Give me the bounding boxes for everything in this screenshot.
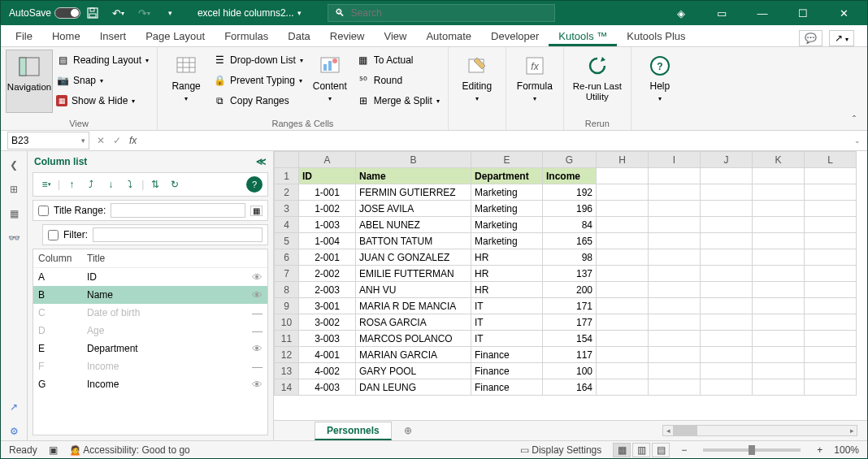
- cell[interactable]: [753, 379, 805, 396]
- cell[interactable]: [597, 217, 649, 233]
- cell[interactable]: [753, 201, 805, 217]
- cell[interactable]: [805, 217, 857, 233]
- cell[interactable]: 98: [543, 249, 597, 266]
- cell[interactable]: ABEL NUNEZ: [356, 217, 471, 233]
- collapse-pane-icon[interactable]: ≪: [256, 156, 267, 167]
- visibility-icon[interactable]: 👁: [252, 343, 263, 355]
- col-header[interactable]: J: [701, 152, 753, 168]
- zoom-out-icon[interactable]: −: [681, 444, 687, 456]
- cell[interactable]: [753, 217, 805, 233]
- tool-1-icon[interactable]: ⊞: [5, 180, 23, 198]
- reading-layout-button[interactable]: ▤Reading Layout ▾: [53, 51, 152, 69]
- cell[interactable]: [805, 363, 857, 379]
- merge-split-button[interactable]: ⊞Merge & Split ▾: [354, 92, 443, 110]
- row-header[interactable]: 5: [275, 233, 299, 249]
- cell[interactable]: 100: [543, 363, 597, 379]
- confirm-icon[interactable]: ✓: [113, 135, 121, 146]
- menu-icon[interactable]: ≡▾: [38, 176, 54, 193]
- tab-view[interactable]: View: [374, 26, 416, 46]
- cell[interactable]: [701, 363, 753, 379]
- prevent-typing-button[interactable]: 🔒Prevent Typing ▾: [210, 71, 306, 89]
- range-button[interactable]: Range▾: [163, 50, 210, 113]
- cell[interactable]: [649, 201, 701, 217]
- cell[interactable]: [649, 282, 701, 298]
- help-icon[interactable]: ?: [246, 176, 263, 193]
- zoom-in-icon[interactable]: +: [817, 444, 822, 456]
- cell[interactable]: [597, 379, 649, 396]
- cell[interactable]: ANH VU: [356, 282, 471, 298]
- cell[interactable]: HR: [471, 266, 543, 282]
- grid-body[interactable]: ABEGHIJKL1IDNameDepartmentIncome21-001FE…: [274, 151, 867, 420]
- col-header[interactable]: I: [649, 152, 701, 168]
- help-button[interactable]: ? Help▾: [636, 50, 684, 113]
- tab-review[interactable]: Review: [320, 26, 375, 46]
- search-box[interactable]: 🔍︎: [328, 4, 555, 22]
- name-box[interactable]: B23 ▾: [7, 132, 89, 149]
- rerun-button[interactable]: Re-run Last Utility: [569, 50, 626, 113]
- cell[interactable]: 3-003: [299, 331, 356, 347]
- cell[interactable]: 196: [543, 201, 597, 217]
- bottom-icon[interactable]: ⤵: [122, 176, 138, 193]
- row-header[interactable]: 6: [275, 249, 299, 266]
- cell[interactable]: [805, 233, 857, 249]
- cell[interactable]: 117: [543, 347, 597, 363]
- cell[interactable]: Finance: [471, 347, 543, 363]
- cell[interactable]: [805, 314, 857, 331]
- cell[interactable]: 3-002: [299, 314, 356, 331]
- cell[interactable]: 2-001: [299, 249, 356, 266]
- autosave-toggle[interactable]: AutoSave Off: [4, 7, 76, 19]
- grid-table[interactable]: ABEGHIJKL1IDNameDepartmentIncome21-001FE…: [274, 151, 857, 396]
- redo-icon[interactable]: ↷▾: [136, 4, 154, 22]
- visibility-icon[interactable]: —: [252, 361, 263, 373]
- cell[interactable]: [649, 266, 701, 282]
- cell[interactable]: [701, 314, 753, 331]
- refresh-icon[interactable]: ↻: [167, 176, 183, 193]
- cell[interactable]: [753, 331, 805, 347]
- cell[interactable]: [597, 363, 649, 379]
- cell[interactable]: 171: [543, 298, 597, 314]
- cell[interactable]: [701, 331, 753, 347]
- fx-icon[interactable]: fx: [129, 135, 137, 146]
- top-icon[interactable]: ⤴: [83, 176, 99, 193]
- cell[interactable]: HR: [471, 282, 543, 298]
- cell[interactable]: [597, 266, 649, 282]
- cell[interactable]: [805, 331, 857, 347]
- navigation-button[interactable]: Navigation: [6, 50, 53, 113]
- cell[interactable]: [805, 249, 857, 266]
- row-header[interactable]: 9: [275, 298, 299, 314]
- tool-2-icon[interactable]: ▦: [5, 205, 23, 223]
- content-button[interactable]: Content▾: [306, 50, 354, 113]
- col-header[interactable]: E: [471, 152, 543, 168]
- cell[interactable]: [597, 184, 649, 201]
- cell[interactable]: MARIA R DE MANCIA: [356, 298, 471, 314]
- cell[interactable]: [649, 347, 701, 363]
- cell[interactable]: 2-002: [299, 266, 356, 282]
- cell[interactable]: [805, 266, 857, 282]
- cell[interactable]: [701, 233, 753, 249]
- gear-icon[interactable]: ⚙: [5, 422, 23, 440]
- cell[interactable]: [753, 282, 805, 298]
- visibility-icon[interactable]: —: [252, 307, 263, 319]
- snap-button[interactable]: 📷Snap ▾: [53, 71, 152, 89]
- cell[interactable]: MARCOS POLANCO: [356, 331, 471, 347]
- data-header[interactable]: ID: [299, 168, 356, 184]
- cell[interactable]: [649, 298, 701, 314]
- cell[interactable]: 4-001: [299, 347, 356, 363]
- cell[interactable]: BATTON TATUM: [356, 233, 471, 249]
- cell[interactable]: [649, 379, 701, 396]
- visibility-icon[interactable]: 👁: [252, 379, 263, 391]
- cell[interactable]: Marketing: [471, 184, 543, 201]
- cell[interactable]: 177: [543, 314, 597, 331]
- cell[interactable]: [649, 363, 701, 379]
- cell[interactable]: [701, 266, 753, 282]
- swap-icon[interactable]: ⇅: [147, 176, 163, 193]
- range-picker-icon[interactable]: ▦: [250, 206, 263, 216]
- cell[interactable]: [649, 184, 701, 201]
- cell[interactable]: Marketing: [471, 217, 543, 233]
- ribbon-display-icon[interactable]: ▭: [710, 2, 734, 24]
- cell[interactable]: [701, 201, 753, 217]
- cell[interactable]: [805, 201, 857, 217]
- col-header[interactable]: G: [543, 152, 597, 168]
- sheet-tab[interactable]: Personnels: [315, 422, 392, 440]
- normal-view-icon[interactable]: ▦: [613, 443, 631, 457]
